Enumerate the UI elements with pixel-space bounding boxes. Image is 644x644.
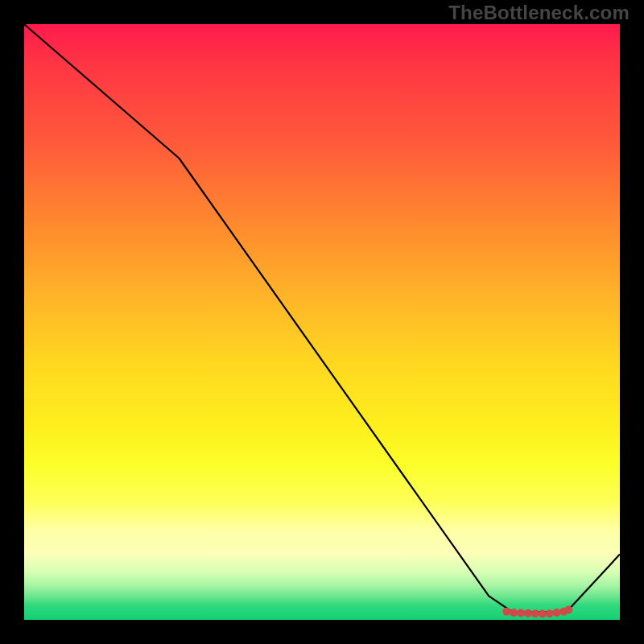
optimum-dot bbox=[502, 608, 510, 616]
optimum-dot bbox=[517, 609, 525, 617]
optimum-dot bbox=[510, 609, 518, 617]
optimum-dot bbox=[531, 609, 539, 617]
optimum-dots-group bbox=[502, 605, 572, 617]
chart-container: TheBottleneck.com bbox=[0, 0, 644, 644]
optimum-dot bbox=[539, 610, 547, 618]
optimum-dot bbox=[546, 609, 554, 617]
bottleneck-curve-line bbox=[24, 24, 620, 612]
optimum-dot bbox=[524, 609, 532, 617]
plot-area bbox=[24, 24, 620, 620]
watermark-text: TheBottleneck.com bbox=[448, 2, 630, 24]
optimum-dot bbox=[564, 605, 572, 613]
chart-svg bbox=[24, 24, 620, 620]
optimum-dot bbox=[553, 609, 561, 617]
